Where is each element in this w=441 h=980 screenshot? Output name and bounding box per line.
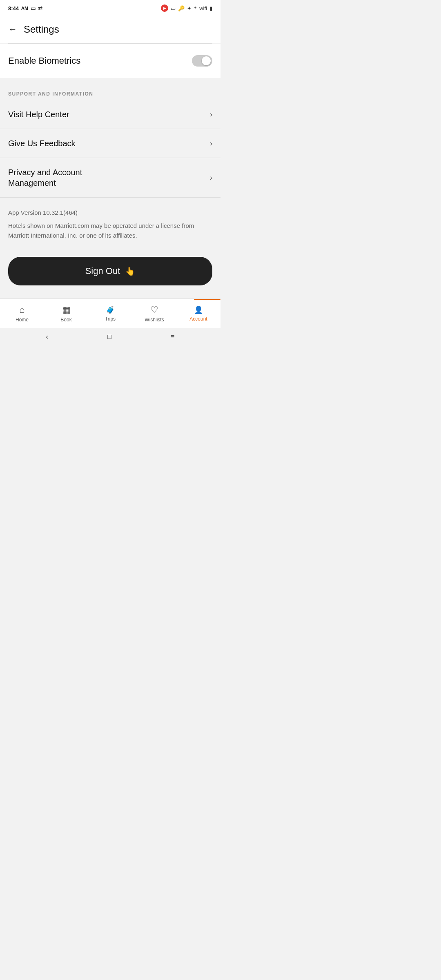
page-title: Settings — [24, 24, 59, 35]
key-icon: 🔑 — [178, 5, 185, 11]
home-system-button[interactable]: □ — [104, 330, 115, 344]
nav-home[interactable]: ⌂ Home — [0, 299, 44, 328]
cursor-icon: 👆 — [125, 266, 135, 276]
video-icon: ▭ — [31, 5, 36, 11]
help-center-label: Visit Help Center — [8, 109, 69, 120]
toggle-thumb — [202, 56, 211, 65]
status-icons: ▶ ▭ 🔑 ✦ ⁺ wifi ▮ — [161, 4, 212, 12]
biometrics-label: Enable Biometrics — [8, 56, 80, 66]
sign-out-container: Sign Out 👆 — [0, 249, 220, 298]
transfer-icon: ⇄ — [38, 5, 42, 11]
record-indicator: ▶ — [161, 4, 168, 12]
wishlists-icon: ♡ — [150, 305, 158, 315]
nav-book-label: Book — [60, 317, 71, 323]
help-center-item[interactable]: Visit Help Center › — [0, 100, 220, 129]
app-version: App Version 10.32.1(464) — [8, 209, 212, 216]
nav-trips[interactable]: 🧳 Trips — [88, 299, 132, 328]
bluetooth-icon: ✦ — [187, 5, 192, 11]
privacy-item[interactable]: Privacy and AccountManagement › — [0, 158, 220, 198]
feedback-item[interactable]: Give Us Feedback › — [0, 129, 220, 158]
nav-home-label: Home — [16, 317, 29, 323]
book-icon: ▦ — [62, 305, 71, 315]
chevron-right-icon: › — [210, 174, 212, 182]
video-cam-icon: ▭ — [171, 5, 176, 11]
support-section: SUPPORT AND INFORMATION Visit Help Cente… — [0, 78, 220, 298]
nav-account[interactable]: 👤 Account — [176, 299, 220, 328]
chevron-right-icon: › — [210, 139, 212, 148]
chevron-right-icon: › — [210, 110, 212, 119]
wifi-icon: wifi — [199, 5, 207, 11]
home-icon: ⌂ — [19, 305, 24, 315]
account-icon: 👤 — [194, 305, 203, 314]
battery-icon: ▮ — [209, 5, 212, 11]
bottom-navigation: ⌂ Home ▦ Book 🧳 Trips ♡ Wishlists 👤 Acco… — [0, 298, 220, 328]
feedback-label: Give Us Feedback — [8, 138, 76, 149]
biometrics-section: Enable Biometrics — [0, 44, 220, 78]
back-system-button[interactable]: ‹ — [43, 330, 51, 344]
trips-icon: 🧳 — [106, 305, 115, 314]
sign-out-label: Sign Out — [85, 266, 120, 276]
section-heading: SUPPORT AND INFORMATION — [0, 86, 220, 100]
app-disclaimer: Hotels shown on Marriott.com may be oper… — [8, 221, 212, 241]
back-button[interactable]: ← — [8, 25, 17, 34]
privacy-label: Privacy and AccountManagement — [8, 167, 82, 188]
system-navigation: ‹ □ ≡ — [0, 328, 220, 346]
signal-icon: ⁺ — [194, 5, 197, 11]
nav-book[interactable]: ▦ Book — [44, 299, 88, 328]
page-header: ← Settings — [0, 16, 220, 43]
sign-out-button[interactable]: Sign Out 👆 — [8, 257, 212, 285]
nav-wishlists-label: Wishlists — [145, 317, 164, 323]
app-info-section: App Version 10.32.1(464) Hotels shown on… — [0, 198, 220, 249]
nav-wishlists[interactable]: ♡ Wishlists — [132, 299, 176, 328]
status-time: 8:44 AM ▭ ⇄ — [8, 5, 42, 11]
menu-system-button[interactable]: ≡ — [167, 330, 178, 344]
nav-account-label: Account — [189, 316, 207, 322]
biometrics-toggle[interactable] — [192, 55, 212, 67]
status-bar: 8:44 AM ▭ ⇄ ▶ ▭ 🔑 ✦ ⁺ wifi ▮ — [0, 0, 220, 16]
nav-trips-label: Trips — [105, 316, 116, 322]
